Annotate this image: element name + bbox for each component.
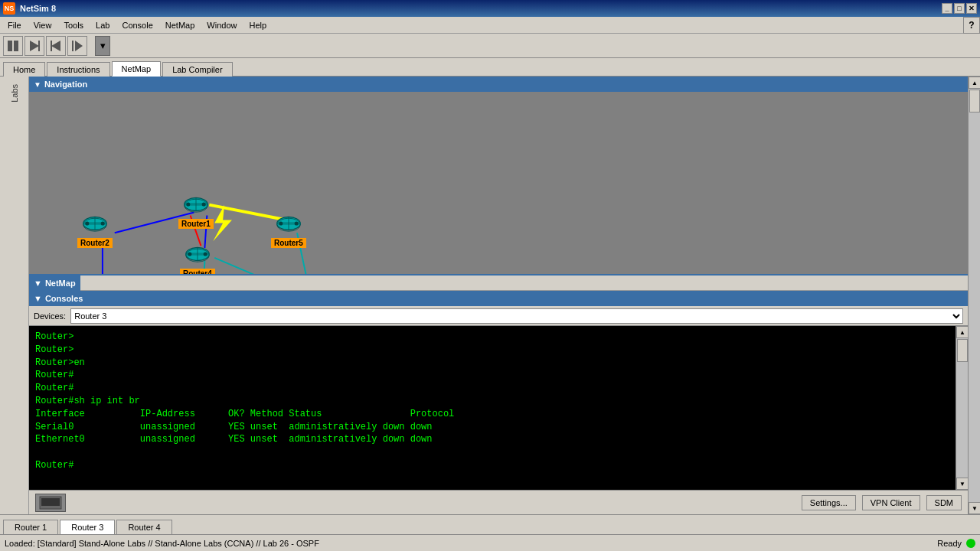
settings-button[interactable]: Settings... [802,495,856,510]
netmap-header[interactable]: ▼ NetMap [29,276,80,291]
console-bottom-bar: Settings... VPN Client SDM [29,490,968,514]
menu-lab[interactable]: Lab [90,19,116,31]
terminal-scrollbar[interactable]: ▲ ▼ [956,326,968,490]
svg-marker-11 [213,205,232,241]
svg-rect-3 [38,41,40,51]
left-sidebar: Labs [0,77,29,514]
menu-bar: File View Tools Lab Console NetMap Windo… [0,17,963,33]
terminal[interactable]: Router> Router> Router>en Router# Router… [29,326,956,490]
consoles-title: Consoles [45,294,83,303]
tab-lab-compiler[interactable]: Lab Compiler [162,62,232,77]
router5-icon [276,210,302,236]
svg-rect-72 [41,498,60,506]
router1-icon [183,191,209,217]
menu-window[interactable]: Window [201,19,243,31]
maximize-button[interactable]: □ [954,3,965,14]
minimize-button[interactable]: _ [942,3,952,14]
svg-marker-2 [30,41,39,51]
terminal-line-1: Router> [35,344,949,357]
consoles-arrow: ▼ [34,294,42,303]
network-connections [29,92,968,274]
terminal-line-2: Router>en [35,357,949,370]
consoles-header[interactable]: ▼ Consoles [29,291,968,306]
right-scroll-thumb[interactable] [969,90,980,112]
menu-tools[interactable]: Tools [57,19,90,31]
toolbar-btn-2[interactable] [24,36,44,56]
router2-icon [82,210,108,236]
consoles-panel: ▼ Consoles Devices: Router 3 Router 1 Ro… [29,291,968,514]
svg-point-47 [295,221,299,225]
bottom-tab-router3[interactable]: Router 3 [60,520,115,534]
svg-point-28 [85,221,89,225]
bottom-tab-router4[interactable]: Router 4 [116,520,172,534]
scroll-thumb[interactable] [957,339,968,362]
svg-rect-6 [72,41,74,51]
menu-console[interactable]: Console [116,19,158,31]
svg-point-46 [279,221,283,225]
scroll-track [956,338,968,478]
menu-help[interactable]: Help [243,19,273,31]
navigation-panel: ▼ Navigation [29,77,968,274]
devices-bar: Devices: Router 3 Router 1 Router 4 [29,306,968,326]
labs-label: Labs [10,84,19,103]
node-router1[interactable]: Router1 [178,191,214,229]
router5-label: Router5 [271,238,306,248]
svg-point-40 [188,252,191,256]
navigation-body: Router1 Router2 [29,92,968,274]
terminal-line-6: Interface IP-Address OK? Method Status P… [35,408,949,421]
tabs-bar: Home Instructions NetMap Lab Compiler [0,58,980,77]
terminal-line-10: Router# [35,459,949,472]
navigation-header[interactable]: ▼ Navigation [29,77,968,92]
toolbar-btn-3[interactable] [46,36,66,56]
terminal-line-4: Router# [35,382,949,395]
right-panel-scrollbar: ▲ ▼ [968,77,980,514]
right-scroll-up[interactable]: ▲ [969,77,980,89]
app-icon: NS [3,2,15,15]
router4-icon [185,241,211,267]
app-title: NetSim 8 [20,4,937,13]
node-router5[interactable]: Router5 [271,210,306,248]
svg-line-17 [214,258,298,274]
status-bar: Loaded: [Standard] Stand-Alone Labs // S… [0,534,980,551]
tab-instructions[interactable]: Instructions [47,62,109,77]
toolbar-btn-4[interactable] [67,36,87,56]
svg-point-23 [202,202,206,206]
devices-select[interactable]: Router 3 Router 1 Router 4 [70,308,963,324]
title-bar: NS NetSim 8 _ □ ✕ [0,0,980,17]
sdm-button[interactable]: SDM [926,495,962,510]
terminal-area: Router> Router> Router>en Router# Router… [29,326,968,490]
svg-rect-0 [8,41,12,51]
tab-netmap[interactable]: NetMap [112,61,162,77]
tab-home[interactable]: Home [3,62,45,77]
menu-netmap[interactable]: NetMap [159,19,201,31]
scroll-down[interactable]: ▼ [956,478,968,490]
svg-marker-7 [75,41,83,51]
netmap-arrow: ▼ [34,279,42,288]
netmap-title: NetMap [45,279,76,288]
toolbar-btn-5[interactable]: ▾ [95,36,110,56]
toolbar: ▾ [0,34,980,58]
menu-file[interactable]: File [2,19,28,31]
netmap-section: ▼ NetMap [29,274,968,291]
window-controls[interactable]: _ □ ✕ [942,3,977,14]
bottom-tab-router1[interactable]: Router 1 [3,520,58,534]
terminal-line-7: Serial0 unassigned YES unset administrat… [35,421,949,434]
console-device-icon [38,495,63,510]
terminal-line-0: Router> [35,331,949,344]
scroll-up[interactable]: ▲ [956,326,968,338]
node-router4[interactable]: Router4 [180,241,215,274]
toolbar-btn-1[interactable] [3,36,23,56]
status-right: Ready [937,539,975,548]
right-scroll-down[interactable]: ▼ [969,502,980,514]
router2-label: Router2 [77,238,113,248]
vpn-client-button[interactable]: VPN Client [862,495,920,510]
menu-view[interactable]: View [28,19,58,31]
node-router2[interactable]: Router2 [77,210,113,248]
close-button[interactable]: ✕ [966,3,977,14]
devices-label: Devices: [34,311,66,321]
svg-point-29 [101,221,105,225]
status-indicator [966,539,975,548]
terminal-line-8: Ethernet0 unassigned YES unset administr… [35,433,949,446]
help-button[interactable]: ? [963,17,980,34]
terminal-line-5: Router#sh ip int br [35,395,949,408]
